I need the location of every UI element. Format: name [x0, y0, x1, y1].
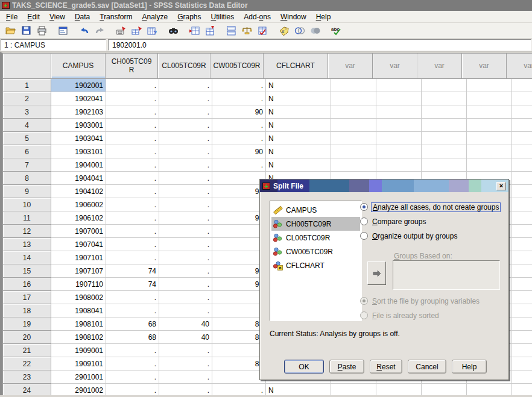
- cell[interactable]: .: [106, 185, 159, 198]
- variable-item-cw005tc09r[interactable]: CW005TC09R: [271, 245, 360, 258]
- option-organize[interactable]: Organize output by groups: [360, 231, 501, 241]
- cell[interactable]: 1906102: [51, 211, 106, 225]
- cell[interactable]: 1908002: [51, 291, 106, 304]
- row-header[interactable]: 21: [2, 343, 51, 357]
- row-header[interactable]: 11: [2, 211, 51, 225]
- column-header-var[interactable]: var: [461, 53, 507, 79]
- row-header[interactable]: 15: [2, 264, 51, 278]
- cell[interactable]: .: [159, 145, 212, 158]
- insert-variable-icon[interactable]: [203, 24, 218, 37]
- cell[interactable]: N: [266, 105, 331, 119]
- cell[interactable]: [512, 370, 532, 384]
- cell[interactable]: .: [212, 132, 266, 145]
- cell[interactable]: [512, 198, 532, 211]
- show-all-variables-icon[interactable]: [308, 24, 323, 37]
- option-compare[interactable]: Compare groups: [360, 216, 501, 227]
- column-header-cl005tc09r[interactable]: CL005TC09R: [157, 53, 211, 79]
- cell[interactable]: .: [159, 172, 212, 185]
- cell[interactable]: [422, 92, 467, 105]
- cell[interactable]: [331, 132, 376, 145]
- cell[interactable]: [376, 132, 422, 145]
- cell[interactable]: N: [266, 384, 331, 395]
- option-analyze[interactable]: Analyze all cases, do not create groups: [360, 202, 501, 212]
- cell[interactable]: 1907101: [51, 251, 106, 264]
- cell[interactable]: [512, 304, 532, 317]
- cell[interactable]: 40: [159, 331, 212, 344]
- menu-transform[interactable]: Transform: [95, 11, 137, 22]
- cell[interactable]: 90: [212, 105, 266, 119]
- cell[interactable]: N: [266, 92, 331, 105]
- cell[interactable]: .: [106, 304, 159, 317]
- cell[interactable]: .: [159, 384, 212, 395]
- cell[interactable]: [512, 344, 532, 357]
- cell[interactable]: .: [106, 198, 159, 211]
- cell[interactable]: .: [212, 384, 266, 395]
- find-icon[interactable]: [166, 24, 181, 37]
- row-header[interactable]: 7: [2, 158, 51, 172]
- cell[interactable]: .: [212, 198, 266, 211]
- open-icon[interactable]: [4, 24, 18, 37]
- column-header-ch005tc09r[interactable]: CH005TC09R: [105, 53, 158, 79]
- insert-cases-icon[interactable]: [188, 24, 202, 37]
- cell[interactable]: [331, 105, 376, 119]
- cell[interactable]: [331, 384, 376, 395]
- row-header[interactable]: 1: [2, 78, 51, 92]
- row-header[interactable]: 12: [2, 224, 51, 238]
- save-icon[interactable]: [19, 24, 34, 37]
- row-header[interactable]: 24: [2, 383, 51, 395]
- cell[interactable]: [422, 79, 467, 92]
- radio-icon[interactable]: [360, 217, 368, 225]
- cell[interactable]: [512, 317, 532, 331]
- row-header[interactable]: 14: [2, 251, 51, 264]
- cell[interactable]: 1902103: [51, 105, 106, 119]
- cell[interactable]: N: [266, 158, 331, 172]
- row-header[interactable]: 9: [2, 184, 51, 198]
- cell[interactable]: [331, 145, 376, 158]
- column-header-var[interactable]: var: [372, 53, 417, 79]
- help-button[interactable]: Help: [452, 360, 487, 374]
- cell[interactable]: [512, 211, 532, 225]
- cell[interactable]: .: [106, 225, 159, 238]
- cell[interactable]: 1902041: [51, 92, 106, 105]
- cell[interactable]: 1902001: [51, 79, 106, 92]
- cancel-button[interactable]: Cancel: [408, 360, 446, 374]
- cell[interactable]: [512, 291, 532, 304]
- grid-corner-cell[interactable]: [2, 53, 51, 79]
- cell[interactable]: .: [212, 304, 266, 317]
- cell[interactable]: [467, 119, 512, 132]
- cell[interactable]: .: [159, 291, 212, 304]
- cell[interactable]: .: [212, 238, 266, 251]
- cell[interactable]: .: [106, 172, 159, 185]
- cell[interactable]: [512, 264, 532, 278]
- radio-icon[interactable]: [360, 203, 368, 211]
- column-header-var[interactable]: var: [417, 53, 462, 79]
- menu-file[interactable]: File: [1, 11, 22, 22]
- cell[interactable]: [467, 79, 512, 92]
- option-file[interactable]: File is already sorted: [360, 310, 481, 320]
- cell[interactable]: .: [106, 105, 159, 119]
- cell[interactable]: .: [106, 251, 159, 264]
- radio-icon[interactable]: [360, 232, 368, 240]
- goto-variable-icon[interactable]: [130, 24, 144, 37]
- cell[interactable]: [422, 384, 467, 395]
- cell[interactable]: .: [159, 105, 212, 119]
- row-header[interactable]: 19: [2, 317, 51, 331]
- cell[interactable]: 91: [212, 264, 266, 278]
- cell[interactable]: [376, 384, 422, 395]
- cell[interactable]: [467, 145, 512, 158]
- cell[interactable]: [376, 79, 422, 92]
- cell[interactable]: [331, 79, 376, 92]
- variable-list[interactable]: CAMPUSCH005TC09RCL005TC09RCW005TC09RaCFL…: [270, 201, 362, 321]
- cell[interactable]: 2901001: [51, 370, 106, 384]
- column-header-var[interactable]: var: [328, 53, 373, 79]
- variable-item-cl005tc09r[interactable]: CL005TC09R: [271, 231, 360, 245]
- cell[interactable]: .: [159, 225, 212, 238]
- groups-based-on-list[interactable]: [393, 260, 500, 290]
- cell[interactable]: 1904102: [51, 185, 106, 198]
- cell[interactable]: .: [212, 92, 266, 105]
- cell[interactable]: 2901002: [51, 384, 106, 395]
- cell[interactable]: .: [159, 344, 212, 357]
- row-header[interactable]: 20: [2, 330, 51, 344]
- cell[interactable]: .: [159, 158, 212, 172]
- cell[interactable]: [512, 357, 532, 370]
